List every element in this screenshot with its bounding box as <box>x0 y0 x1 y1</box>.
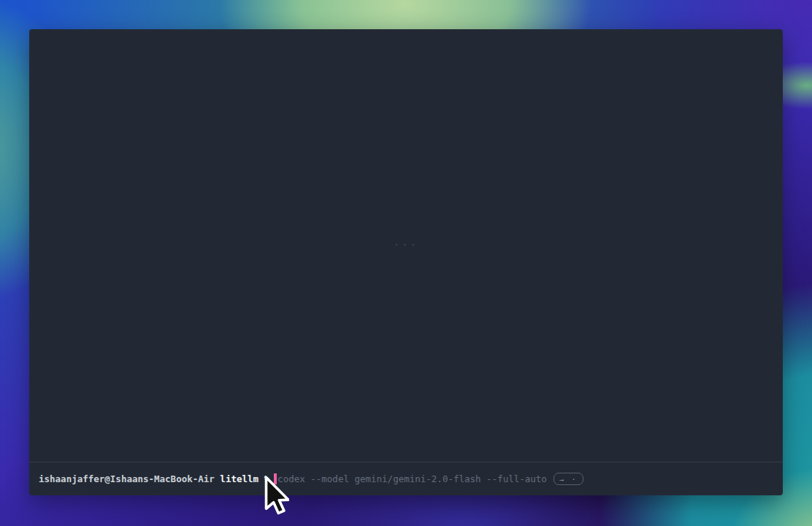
loading-indicator: ... <box>394 236 418 248</box>
autosuggestion-text: codex --model gemini/gemini-2.0-flash --… <box>277 462 547 495</box>
terminal-window[interactable]: ... ishaanjaffer@Ishaans-MacBook-Air lit… <box>29 29 783 495</box>
command-prompt-line[interactable]: ishaanjaffer@Ishaans-MacBook-Air litellm… <box>29 462 783 495</box>
prompt-spacer <box>258 462 264 495</box>
prompt-spacer <box>215 462 221 495</box>
accept-suggestion-key-hint: → · <box>554 473 583 485</box>
prompt-user-host: ishaanjaffer@Ishaans-MacBook-Air <box>39 462 215 495</box>
prompt-symbol: % <box>264 462 270 495</box>
terminal-output-area[interactable]: ... <box>29 29 783 462</box>
prompt-directory: litellm <box>220 462 258 495</box>
text-cursor <box>274 473 277 484</box>
